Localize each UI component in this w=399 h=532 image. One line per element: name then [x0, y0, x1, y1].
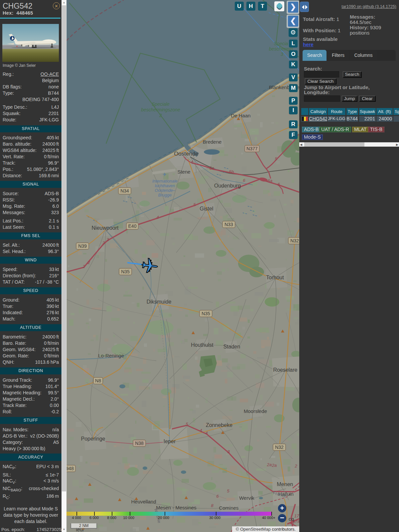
- svg-text:Speciale: Speciale: [152, 101, 170, 107]
- svg-text:Oudenburg: Oudenburg: [214, 183, 241, 189]
- svg-text:Ieper: Ieper: [164, 439, 176, 444]
- svg-text:2a: 2a: [272, 463, 277, 468]
- svg-text:6a: 6a: [268, 178, 272, 183]
- svg-text:Stene: Stene: [177, 169, 190, 175]
- svg-text:Oostende–: Oostende–: [155, 188, 175, 193]
- svg-text:8: 8: [211, 503, 213, 508]
- svg-text:6: 6: [277, 182, 280, 187]
- svg-text:2: 2: [82, 264, 85, 269]
- svg-text:5: 5: [186, 422, 188, 427]
- svg-text:N377: N377: [246, 146, 258, 151]
- svg-text:N35: N35: [201, 311, 210, 316]
- svg-text:Comines: Comines: [219, 505, 238, 511]
- svg-text:Bredene: Bredene: [203, 139, 222, 145]
- svg-text:N35: N35: [121, 269, 130, 274]
- svg-text:5: 5: [193, 202, 196, 207]
- svg-text:Oostende: Oostende: [174, 151, 199, 157]
- svg-text:De Haan: De Haan: [231, 113, 250, 118]
- svg-text:17: 17: [294, 513, 299, 518]
- svg-text:Diksmuide: Diksmuide: [147, 299, 172, 305]
- svg-text:cq: cq: [289, 516, 294, 522]
- svg-text:Poperinge: Poperinge: [81, 436, 105, 442]
- svg-text:N39: N39: [78, 243, 87, 249]
- svg-text:4: 4: [200, 428, 202, 433]
- svg-text:N32: N32: [290, 238, 299, 243]
- svg-text:Brugge: Brugge: [158, 193, 172, 198]
- svg-text:Blankenberge: Blankenberge: [269, 84, 299, 90]
- svg-text:2: 2: [294, 464, 297, 468]
- svg-text:Roeselare: Roeselare: [273, 367, 298, 373]
- svg-text:Internationale: Internationale: [152, 179, 178, 184]
- svg-text:E40: E40: [128, 223, 137, 229]
- svg-text:3: 3: [227, 449, 230, 454]
- svg-text:3: 3: [102, 240, 105, 245]
- svg-text:2: 2: [87, 260, 90, 265]
- svg-text:948: 948: [66, 466, 74, 471]
- svg-text:Moorslede: Moorslede: [244, 408, 267, 414]
- svg-text:N32: N32: [275, 445, 284, 450]
- svg-text:beschermin: beschermin: [269, 46, 293, 52]
- svg-text:Staden: Staden: [223, 344, 240, 349]
- svg-text:4: 4: [191, 160, 193, 165]
- svg-text:6: 6: [216, 494, 219, 499]
- svg-text:N38: N38: [135, 441, 144, 446]
- svg-text:3: 3: [106, 237, 109, 242]
- svg-text:Specia: Specia: [274, 41, 288, 46]
- svg-text:5b: 5b: [229, 169, 234, 174]
- svg-text:6: 6: [243, 178, 245, 183]
- svg-text:Lo-Reninge: Lo-Reninge: [98, 353, 124, 358]
- svg-text:Torhout: Torhout: [266, 275, 284, 280]
- svg-text:N8: N8: [95, 378, 101, 383]
- svg-text:2: 2: [159, 113, 162, 118]
- svg-text:2a: 2a: [267, 462, 272, 467]
- svg-text:luchthaven: luchthaven: [155, 184, 175, 188]
- svg-text:N34: N34: [120, 188, 129, 194]
- svg-text:Mesen - Messines: Mesen - Messines: [156, 505, 197, 510]
- svg-text:4: 4: [156, 215, 159, 220]
- svg-text:✈: ✈: [163, 172, 167, 177]
- svg-text:3: 3: [281, 52, 283, 57]
- svg-text:Nieuwpoort: Nieuwpoort: [92, 225, 119, 231]
- svg-text:5a: 5a: [209, 166, 214, 171]
- svg-text:Gistel: Gistel: [200, 206, 213, 211]
- svg-text:beschermingszone: beschermingszone: [141, 107, 180, 112]
- svg-text:Heuvelland: Heuvelland: [131, 499, 156, 504]
- svg-text:N33: N33: [224, 222, 233, 227]
- svg-text:Zonnebeke: Zonnebeke: [206, 422, 232, 428]
- svg-text:5: 5: [227, 488, 229, 493]
- svg-text:Wervik: Wervik: [239, 495, 254, 501]
- svg-text:4: 4: [205, 431, 207, 436]
- svg-text:Houthulst: Houthulst: [191, 342, 213, 348]
- svg-text:5: 5: [275, 156, 277, 161]
